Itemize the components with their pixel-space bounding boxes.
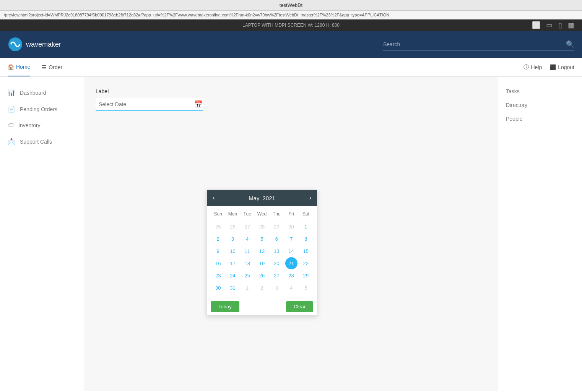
calendar-day[interactable]: 15: [300, 245, 312, 257]
sidebar-dashboard-label: Dashboard: [20, 90, 46, 96]
calendar-day[interactable]: 24: [226, 269, 239, 282]
app-header: wavemaker 🔍: [0, 31, 582, 58]
calendar-day: 3: [270, 282, 283, 294]
right-panel-people[interactable]: People: [506, 112, 574, 126]
calendar-day: 1: [241, 282, 254, 294]
day-header-mon: Mon: [225, 210, 240, 218]
logo-area: wavemaker: [8, 37, 61, 52]
calendar-day[interactable]: 26: [256, 269, 268, 282]
calendar-prev-button[interactable]: ‹: [213, 194, 215, 201]
calendar-day: 26: [226, 220, 239, 233]
day-header-tue: Tue: [240, 210, 255, 218]
nav-item-home[interactable]: 🏠 Home: [8, 58, 30, 76]
help-label: Help: [531, 64, 542, 70]
calendar-day[interactable]: 1: [300, 220, 312, 233]
calendar-days: 2526272829301234567891011121314151617181…: [211, 220, 313, 294]
calendar-day[interactable]: 18: [241, 257, 254, 269]
people-label: People: [506, 116, 523, 122]
calendar-day[interactable]: 11: [241, 245, 254, 257]
calendar-day: 4: [285, 282, 298, 294]
day-header-thu: Thu: [269, 210, 284, 218]
nav-item-order[interactable]: ☰ Order: [42, 58, 62, 76]
calendar-day[interactable]: 4: [241, 233, 254, 245]
dashboard-icon: 📊: [8, 89, 15, 96]
calendar-day[interactable]: 2: [212, 233, 224, 245]
calendar-day[interactable]: 30: [212, 282, 224, 294]
device-icons: ⬜ ▭ ▯ ▦: [532, 21, 574, 29]
label-text: Label: [96, 88, 486, 94]
calendar-year: 2021: [262, 195, 275, 201]
help-button[interactable]: ⓘ Help: [523, 64, 542, 71]
calendar-day: 5: [300, 282, 312, 294]
tablet-icon[interactable]: ▯: [558, 21, 562, 29]
browser-title-bar: testWebDt: [0, 0, 582, 11]
clear-button[interactable]: Clear: [286, 301, 313, 312]
directory-label: Directory: [506, 102, 527, 108]
sidebar: 📊 Dashboard 📄 Pending Orders 🏷 Inventory…: [0, 77, 84, 391]
calendar-day[interactable]: 17: [226, 257, 239, 269]
sidebar-item-support-calls[interactable]: 📩 Support Calls: [0, 133, 84, 150]
right-panel: Tasks Directory People: [498, 77, 582, 391]
calendar-dropdown: ‹ May 2021 › Sun Mon Tue Wed Thu Fri Sat: [206, 190, 317, 316]
search-area: 🔍: [383, 39, 574, 50]
sidebar-item-pending-orders[interactable]: 📄 Pending Orders: [0, 101, 84, 117]
calendar-day[interactable]: 29: [300, 269, 312, 282]
sidebar-support-calls-label: Support Calls: [20, 139, 52, 145]
calendar-day: 2: [256, 282, 268, 294]
calendar-day[interactable]: 23: [212, 269, 224, 282]
sidebar-item-dashboard[interactable]: 📊 Dashboard: [0, 84, 84, 101]
calendar-day[interactable]: 22: [300, 257, 312, 269]
device-bar: LAPTOP WITH MDPI SCREEN W: 1280 H: 800 ⬜…: [0, 19, 582, 31]
calendar-day[interactable]: 14: [285, 245, 298, 257]
calendar-day[interactable]: 27: [270, 269, 283, 282]
home-icon: 🏠: [8, 64, 14, 70]
logout-label: Logout: [558, 64, 574, 70]
nav-items: 🏠 Home ☰ Order: [8, 58, 62, 76]
calendar-day: 27: [241, 220, 254, 233]
calendar-grid: Sun Mon Tue Wed Thu Fri Sat 252627282930…: [207, 206, 317, 298]
calendar-icon-button[interactable]: 📅: [194, 100, 203, 109]
calendar-day[interactable]: 20: [270, 257, 283, 269]
right-panel-directory[interactable]: Directory: [506, 98, 574, 112]
nav-right: ⓘ Help ⬛ Logout: [523, 64, 574, 71]
help-icon: ⓘ: [523, 64, 529, 71]
calendar-day[interactable]: 7: [285, 233, 298, 245]
logout-button[interactable]: ⬛ Logout: [549, 64, 574, 70]
calendar-day[interactable]: 10: [226, 245, 239, 257]
logo-text: wavemaker: [26, 40, 61, 49]
calendar-day[interactable]: 19: [256, 257, 268, 269]
day-header-sat: Sat: [299, 210, 313, 218]
calendar-day[interactable]: 21: [285, 257, 298, 269]
sidebar-pending-orders-label: Pending Orders: [20, 106, 57, 112]
calendar-day[interactable]: 12: [256, 245, 268, 257]
wavemaker-logo: [8, 37, 23, 52]
right-panel-tasks[interactable]: Tasks: [506, 84, 574, 98]
nav-home-label: Home: [16, 64, 30, 70]
calendar-day[interactable]: 6: [270, 233, 283, 245]
desktop-icon[interactable]: ⬜: [532, 21, 540, 29]
date-input-wrapper: 📅: [96, 98, 203, 111]
calendar-day[interactable]: 3: [226, 233, 239, 245]
calendar-day[interactable]: 9: [212, 245, 224, 257]
qr-icon[interactable]: ▦: [568, 21, 574, 29]
inventory-icon: 🏷: [8, 122, 14, 129]
sidebar-item-inventory[interactable]: 🏷 Inventory: [0, 117, 84, 133]
calendar-next-button[interactable]: ›: [309, 194, 311, 201]
calendar-day[interactable]: 28: [285, 269, 298, 282]
laptop-icon[interactable]: ▭: [546, 21, 553, 29]
nav-bar: 🏠 Home ☰ Order ⓘ Help ⬛ Logout: [0, 58, 582, 77]
search-icon-button[interactable]: 🔍: [566, 40, 574, 49]
search-input[interactable]: [383, 41, 566, 47]
calendar-header: ‹ May 2021 ›: [207, 190, 317, 206]
calendar-day[interactable]: 5: [256, 233, 268, 245]
calendar-day[interactable]: 8: [300, 233, 312, 245]
calendar-footer: Today Clear: [207, 298, 317, 315]
day-header-wed: Wed: [255, 210, 269, 218]
calendar-day[interactable]: 13: [270, 245, 283, 257]
calendar-day: 29: [270, 220, 283, 233]
calendar-day[interactable]: 31: [226, 282, 239, 294]
today-button[interactable]: Today: [211, 301, 239, 312]
calendar-day[interactable]: 16: [212, 257, 224, 269]
date-input[interactable]: [96, 100, 194, 109]
calendar-day[interactable]: 25: [241, 269, 254, 282]
